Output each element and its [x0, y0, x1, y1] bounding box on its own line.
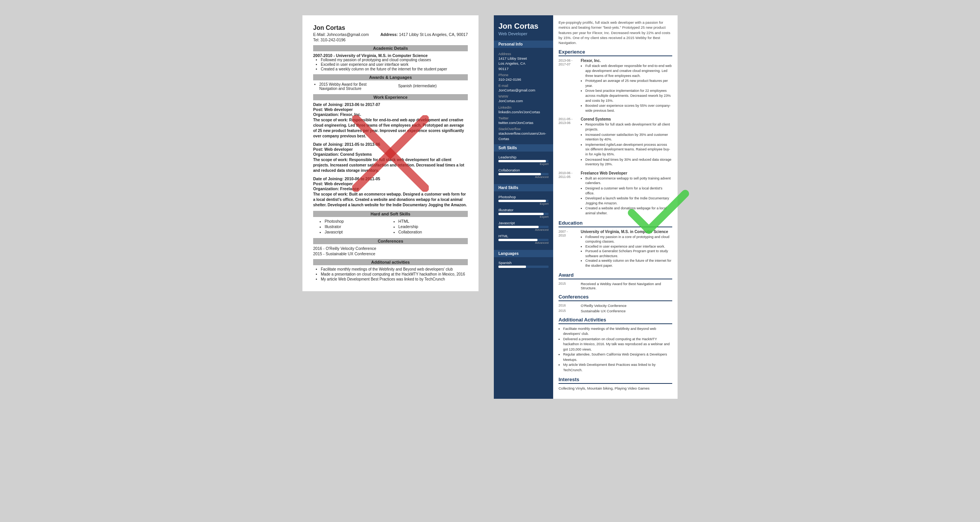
award-text: 2015 Webby Award for Best Navigation and…: [319, 82, 383, 91]
skill-html-name: HTML: [498, 234, 549, 238]
work-post-2: Post: Web developer: [313, 147, 468, 152]
personal-section-header: Personal Info: [494, 41, 553, 48]
skill-html: HTML: [399, 219, 468, 223]
edu-right-school: University of Virginia, M.S. in Computer…: [581, 230, 672, 234]
interests-title: Interests: [559, 377, 672, 384]
www-label-sb: WWW: [498, 95, 549, 98]
right-title: Web Developer: [498, 31, 549, 36]
activities-header: Additonal activities: [313, 259, 468, 265]
skill-spanish: Spanish: [498, 261, 549, 268]
address-line-3: 90117: [498, 66, 549, 71]
exp-3-b3: Developed a launch website for the Indie…: [585, 196, 672, 206]
email-value: Johncortas@gmail.com: [327, 32, 369, 37]
skill-html: HTML Advanced: [498, 234, 549, 245]
edu-r-b3: Pursued a Generalist Scholars Program gr…: [585, 249, 672, 258]
left-tel-line: Tel: 310-242-0196: [313, 38, 468, 42]
edu-bullet-3: Created a weekly column on the future of…: [321, 67, 468, 71]
language-text: Spanish (intermediate): [398, 84, 437, 88]
left-contact-row: E-Mail: Johncortas@gmail.com Address: 14…: [313, 32, 468, 37]
stackoverflow-value-sb: stackoverflow.com/users/Jon-Cortas: [498, 131, 549, 141]
exp-details-1: Flexor, Inc. Full stack web developer re…: [581, 59, 672, 113]
conf-name-2: Sustainable UX Conference: [581, 309, 626, 313]
edu-title: 2007-2010 - University of Virginia, M.S.…: [313, 53, 468, 58]
resume-sidebar: Jon Cortas Web Developer Personal Info A…: [494, 15, 553, 399]
hard-skills-header: Hard Skills: [494, 184, 553, 191]
exp-date-3: 2010-06 -2011-05: [559, 171, 578, 216]
skill-illustrator: Illustrator Expert: [498, 208, 549, 219]
skill-illustrator: Illustrator: [325, 224, 394, 229]
conf-2: 2015 - Sustainable UX Conference: [313, 251, 468, 256]
linkedin-value-sb: linkedin.com/in/JonCortas: [498, 109, 549, 114]
skills-list: Photoshop Illustrator Javascript HTML Le…: [313, 219, 468, 235]
conf-name-1: O'Reilly Velocity Conference: [581, 303, 627, 308]
exp-details-3: Freelance Web Developer Built an ecommer…: [581, 171, 672, 216]
soft-skills-header: Soft Skills: [494, 144, 553, 152]
exp-entry-3: 2010-06 -2011-05 Freelance Web Developer…: [559, 171, 672, 216]
address-label-sb: Address: [498, 52, 549, 56]
conf-year-2: 2015: [559, 309, 578, 313]
work-org-2: Organization: Corend Systems: [313, 152, 468, 157]
edu-bullets: Followed my passion of prototyping and c…: [321, 58, 468, 71]
exp-1-b3: Drove best practice implementation for 2…: [585, 88, 672, 103]
conf-year-1: 2016: [559, 303, 578, 308]
exp-3-b2: Designed a customer web form for a local…: [585, 186, 672, 196]
skill-js-name: Javascript: [498, 221, 549, 225]
work-header: Work Experience: [313, 94, 468, 100]
edu-dates: 2007-2010 -: [313, 53, 335, 58]
work-entry-2: Date of Joining: 2011-05 to 2013-06 Post…: [313, 142, 468, 173]
soft-skills-content: Leadership Expert Collaboration Advanced: [494, 152, 553, 183]
email-value-sb: JonCortas@gmail.com: [498, 88, 549, 93]
exp-bullets-3: Built an ecommerce webapp to sell potty …: [585, 176, 672, 216]
award-entry-1: 2015 Received a Webby Award for Best Nav…: [559, 282, 672, 290]
activity-3: My article Web Development Best Practice…: [321, 277, 468, 281]
skill-leadership: Leadership: [399, 224, 468, 229]
award-text-1: Received a Webby Award for Best Navigati…: [581, 282, 672, 290]
skill-ps-name: Photoshop: [498, 195, 549, 199]
edu-r-b1: Followed my passion in a core of prototy…: [585, 235, 672, 244]
work-scope-1: The scope of work: Responsible for end-t…: [313, 117, 468, 139]
work-entry-1: Date of Joining: 2013-06 to 2017-07 Post…: [313, 102, 468, 139]
awards-grid: 2015 Webby Award for Best Navigation and…: [313, 82, 468, 91]
skill-ps-level: Expert: [498, 202, 549, 206]
work-date-3: Date of Joining: 2010-06 to 2011-05: [313, 176, 468, 181]
skill-javascript: Javascript: [325, 230, 394, 234]
act-r-2: Delivered a presentation on cloud comput…: [563, 337, 672, 352]
skill-ai-name: Illustrator: [498, 208, 549, 212]
edu-r-b4: Created a weekly column on the future of…: [585, 258, 672, 268]
skill-leadership: Leadership Expert: [498, 155, 549, 166]
act-r-4: My article Web Development Best Practice…: [563, 362, 672, 373]
exp-details-2: Corend Systems Responsible for full stac…: [581, 117, 672, 167]
email-label-sb: E-mail: [498, 84, 549, 88]
exp-date-1: 2013-06 -2017-07: [559, 59, 578, 113]
skill-javascript: Javascript Advanced: [498, 221, 549, 232]
conferences-right-title: Conferences: [559, 294, 672, 301]
skill-collab-level: Advanced: [498, 175, 549, 179]
twitter-value-sb: twitter.com/JonCortas: [498, 120, 549, 125]
edu-bullet-2: Excelled in user experience and user int…: [321, 62, 468, 67]
edu-right-details: University of Virginia, M.S. in Computer…: [581, 230, 672, 268]
exp-entry-1: 2013-06 -2017-07 Flexor, Inc. Full stack…: [559, 59, 672, 113]
exp-2-b4: Decreased lead times by 30% and reduced …: [585, 157, 672, 167]
address-line-2: Los Angeles, CA: [498, 61, 549, 66]
work-org-1: Organization: Flexor, Inc.: [313, 112, 468, 117]
exp-3-b4: Created a website and donations webpage …: [585, 206, 672, 215]
languages-content: Spanish: [494, 257, 553, 272]
award-section: Award 2015 Received a Webby Award for Be…: [559, 272, 672, 290]
exp-date-2: 2011-05 -2013-06: [559, 117, 578, 167]
education-entry: 2007-2010 - University of Virginia, M.S.…: [313, 53, 468, 71]
tel-label: Tel:: [313, 38, 319, 42]
languages-header: Languages: [494, 250, 553, 257]
experience-section: Experience 2013-06 -2017-07 Flexor, Inc.…: [559, 49, 672, 216]
conferences-header: Conferences: [313, 238, 468, 244]
award-title: Award: [559, 272, 672, 279]
personal-info: Address 1417 Libby Street Los Angeles, C…: [494, 48, 553, 144]
tel-value: 310-242-0196: [320, 38, 345, 42]
edu-r-b2: Excelled in user experience and user int…: [585, 244, 672, 249]
sidebar-header: Jon Cortas Web Developer: [494, 15, 553, 40]
exp-company-1: Flexor, Inc.: [581, 59, 672, 63]
work-scope-2: The scope of work: Responsible for full …: [313, 157, 468, 173]
www-value-sb: JonCortas.com: [498, 98, 549, 103]
main-content: Eye-poppingly prolific, full stack web d…: [553, 15, 678, 399]
activities-right-title: Additional Activities: [559, 317, 672, 324]
stackoverflow-label-sb: StackOverflow: [498, 127, 549, 131]
